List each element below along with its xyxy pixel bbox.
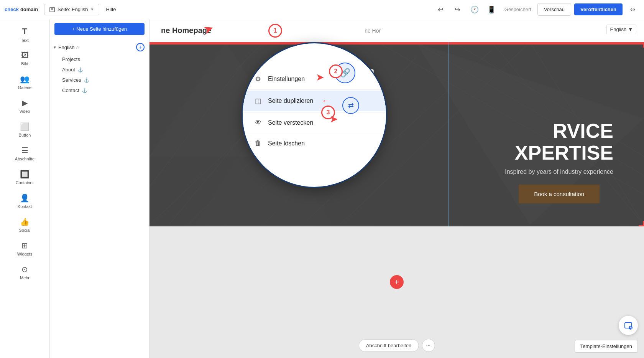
mag-divider-3 (243, 133, 386, 133)
topbar-arrow[interactable]: ⇔ (626, 3, 639, 16)
page-root-english[interactable]: ▼ English ⌂ + (50, 40, 149, 54)
mag-divider-2 (243, 112, 386, 112)
sidebar-item-text[interactable]: T Text (2, 23, 47, 46)
mag-loschen-icon: 🗑 (253, 139, 263, 147)
topbar: checkdomain Seite: English ▼ Hilfe ↩ ↪ 🕐… (0, 0, 644, 19)
page-child-about[interactable]: About ⚓ (50, 64, 149, 75)
lang-label: English (610, 26, 626, 32)
bild-icon: 🖼 (21, 51, 29, 60)
sidebar-item-widgets[interactable]: ⊞ Widgets (2, 237, 47, 260)
template-settings-button[interactable]: Template-Einstellungen (575, 340, 638, 353)
bottom-toolbar: Abschnitt bearbeiten ··· (359, 339, 435, 352)
video-icon: ▶ (22, 98, 28, 107)
abschnitte-icon: ☰ (21, 146, 28, 155)
hero-content: RVICE XPERTISE Inspired by years of indu… (505, 120, 613, 203)
page-icon (49, 7, 55, 13)
mag-einstellungen-icon: ⚙ (253, 75, 263, 83)
left-sidebar: T Text 🖼 Bild 👥 Galerie ▶ Video ⬜ Button… (0, 19, 50, 358)
redo-button[interactable]: ↪ (451, 3, 465, 16)
step-1-circle: 1 (268, 24, 282, 38)
neue-seite-button[interactable]: + Neue Seite hinzufügen (54, 23, 145, 35)
anchor-icon-about: ⚓ (77, 67, 83, 73)
chevron-icon: ▼ (53, 45, 57, 49)
sidebar-item-label-container: Container (16, 180, 34, 185)
page-tab-chevron: ▼ (90, 7, 94, 12)
sidebar-item-label-social: Social (19, 228, 31, 233)
hero-subtitle: Inspired by years of industry experience (505, 168, 613, 175)
hero-title-line2: XPERTISE (505, 142, 613, 164)
sidebar-item-video[interactable]: ▶ Video (2, 94, 47, 117)
widgets-icon: ⊞ (21, 241, 28, 250)
page-child-label-projects: Projects (62, 56, 80, 62)
page-options-button[interactable]: + (136, 43, 145, 51)
main-layout: T Text 🖼 Bild 👥 Galerie ▶ Video ⬜ Button… (0, 19, 644, 358)
mobile-button[interactable]: 📱 (485, 3, 498, 16)
text-icon: T (22, 26, 27, 36)
mag-einstellungen-label: Einstellungen (268, 76, 305, 82)
sidebar-item-label-bild: Bild (21, 61, 28, 66)
mag-verstecken-label: Seite verstecken (268, 119, 313, 126)
logo-check: check (5, 7, 19, 12)
arrow-step3: ➤ (330, 113, 338, 125)
mag-loschen-label: Seite löschen (268, 140, 305, 147)
sidebar-item-container[interactable]: 🔲 Container (2, 166, 47, 189)
preview-button[interactable]: Vorschau (537, 3, 571, 16)
page-tab[interactable]: Seite: English ▼ (44, 4, 99, 15)
add-section-button[interactable]: + (390, 275, 404, 289)
page-child-services[interactable]: Services ⚓ (50, 75, 149, 85)
publish-button[interactable]: Veröffentlichen (574, 3, 623, 15)
mag-loschen[interactable]: 🗑 Seite löschen (243, 134, 386, 153)
abschnitt-button[interactable]: Abschnitt bearbeiten (359, 339, 419, 352)
preview-hero: RVICE XPERTISE Inspired by years of indu… (150, 42, 644, 226)
arrow-step2: ➤ (316, 71, 324, 83)
page-child-label-services: Services (62, 77, 81, 83)
mag-duplizieren[interactable]: ◫ Seite duplizieren ← (243, 91, 386, 111)
page-tab-label: Seite: English (58, 7, 88, 12)
sidebar-item-abschnitte[interactable]: ☰ Abschnitte (2, 142, 47, 165)
language-dropdown[interactable]: English ▼ (606, 25, 636, 34)
canvas-area: ne Homepage ne Hor (150, 19, 644, 358)
step-2-label: 2 (334, 68, 338, 75)
saved-status: Gespeichert (501, 7, 534, 12)
galerie-icon: 👥 (20, 74, 30, 84)
logo-domain: domain (20, 7, 38, 12)
pages-panel: + Neue Seite hinzufügen ▼ English ⌂ + Pr… (50, 19, 150, 358)
preview-circle-button[interactable]: ✎ (619, 316, 638, 335)
social-icon: 👍 (20, 217, 30, 226)
page-child-label-contact: Contact (62, 87, 79, 93)
sidebar-item-social[interactable]: 👍 Social (2, 213, 47, 236)
history-button[interactable]: 🕐 (468, 3, 481, 16)
sidebar-item-label-text: Text (21, 38, 28, 43)
mag-duplizieren-icon: ◫ (253, 97, 263, 105)
page-root-label: English (58, 45, 75, 50)
undo-button[interactable]: ↩ (434, 3, 448, 16)
anchor-icon-services: ⚓ (84, 78, 89, 83)
sidebar-item-kontakt[interactable]: 👤 Kontakt (2, 190, 47, 213)
hero-cta-button[interactable]: Book a consultation (519, 185, 600, 203)
mag-einstellungen[interactable]: ⚙ Einstellungen (243, 69, 386, 89)
magnifier-circle: 🔗 ⇄ ⚙ Einstellungen ◫ Seite duplizieren … (242, 42, 387, 188)
svg-text:✎: ✎ (629, 326, 632, 330)
sidebar-item-label-galerie: Galerie (18, 85, 31, 90)
hero-title-line1: RVICE (505, 120, 613, 142)
sidebar-item-label-mehr: Mehr (20, 276, 30, 280)
sidebar-item-bild[interactable]: 🖼 Bild (2, 47, 47, 70)
hilfe-link[interactable]: Hilfe (102, 4, 120, 15)
arrow-to-duplizieren: ← (322, 96, 330, 106)
mag-verstecken[interactable]: 👁 Seite verstecken (243, 113, 386, 132)
page-child-projects[interactable]: Projects (50, 54, 149, 64)
pages-panel-header: + Neue Seite hinzufügen (50, 19, 149, 39)
sidebar-item-label-abschnitte: Abschnitte (15, 157, 34, 161)
more-options-button[interactable]: ··· (422, 339, 435, 352)
page-preview: ne Homepage ne Hor (150, 19, 644, 358)
sidebar-item-button[interactable]: ⬜ Button (2, 118, 47, 141)
sidebar-item-mehr[interactable]: ⊙ Mehr (2, 261, 47, 284)
mag-divider-1 (243, 89, 386, 90)
pages-tree: ▼ English ⌂ + Projects About ⚓ Services … (50, 39, 149, 97)
preview-topbar: ne Homepage ne Hor (150, 19, 644, 42)
corner-marker-tr (639, 42, 644, 48)
page-child-contact[interactable]: Contact ⚓ (50, 85, 149, 96)
sidebar-item-label-kontakt: Kontakt (18, 204, 32, 209)
sidebar-item-galerie[interactable]: 👥 Galerie (2, 71, 47, 94)
preview-logo2: ne Hor (365, 28, 381, 34)
